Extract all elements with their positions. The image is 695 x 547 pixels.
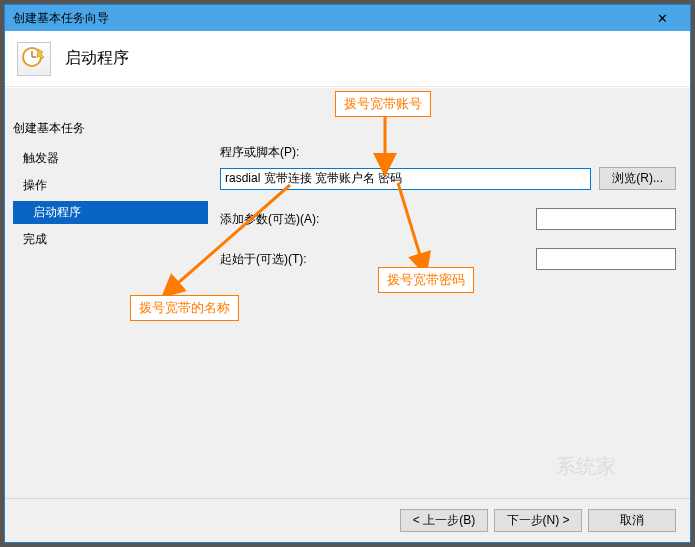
startin-input[interactable] xyxy=(536,248,676,270)
arrow-name-icon xyxy=(160,185,300,300)
header: 启动程序 xyxy=(5,31,690,87)
annotation-name: 拨号宽带的名称 xyxy=(130,295,239,321)
args-input[interactable] xyxy=(536,208,676,230)
annotation-account: 拨号宽带账号 xyxy=(335,91,431,117)
wizard-window: 创建基本任务向导 ✕ 启动程序 创建基本任务 触发器 操作 启动程序 完成 程序… xyxy=(4,4,691,543)
titlebar: 创建基本任务向导 ✕ xyxy=(5,5,690,31)
svg-line-5 xyxy=(170,185,290,290)
back-button[interactable]: < 上一步(B) xyxy=(400,509,488,532)
close-icon[interactable]: ✕ xyxy=(642,11,682,26)
next-button[interactable]: 下一步(N) > xyxy=(494,509,582,532)
sidebar-heading: 创建基本任务 xyxy=(13,120,208,137)
annotation-password: 拨号宽带密码 xyxy=(378,267,474,293)
window-title: 创建基本任务向导 xyxy=(13,10,642,27)
page-title: 启动程序 xyxy=(65,48,129,69)
arrow-account-icon xyxy=(370,113,400,173)
program-icon xyxy=(17,42,51,76)
sidebar-item-trigger[interactable]: 触发器 xyxy=(13,147,208,170)
browse-button[interactable]: 浏览(R)... xyxy=(599,167,676,190)
content-area: 创建基本任务 触发器 操作 启动程序 完成 程序或脚本(P): 浏览(R)...… xyxy=(5,88,690,498)
cancel-button[interactable]: 取消 xyxy=(588,509,676,532)
arrow-password-icon xyxy=(393,183,433,273)
footer: < 上一步(B) 下一步(N) > 取消 xyxy=(5,498,690,542)
program-label: 程序或脚本(P): xyxy=(220,144,676,161)
svg-line-4 xyxy=(398,183,423,265)
